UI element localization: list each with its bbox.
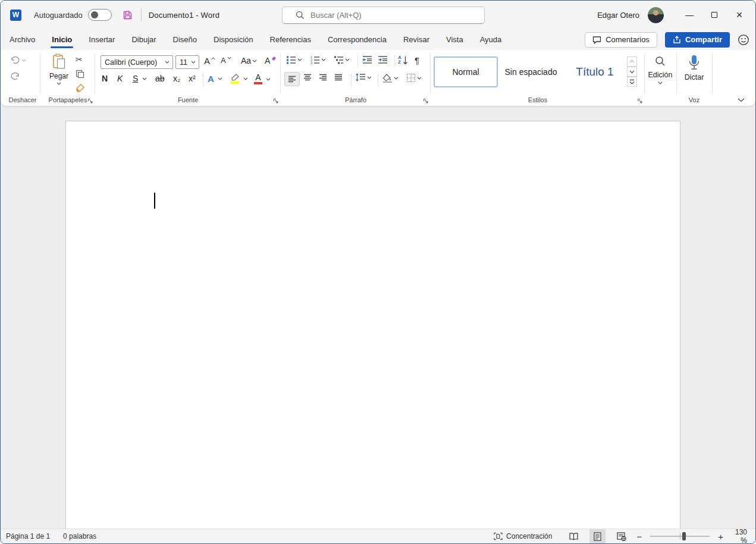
clear-formatting-button[interactable]: A <box>265 56 277 65</box>
italic-button[interactable]: K <box>117 74 123 83</box>
user-name[interactable]: Edgar Otero <box>597 11 639 20</box>
title-bar: W Autoguardado Documento1 - Word Edgar O… <box>1 1 755 29</box>
align-right-button[interactable] <box>319 74 327 81</box>
underline-button[interactable]: S <box>133 74 147 83</box>
search-box[interactable] <box>282 7 485 24</box>
print-layout-button[interactable] <box>589 529 606 543</box>
cut-button[interactable]: ✂ <box>76 55 83 64</box>
font-name-combo[interactable]: Calibri (Cuerpo) <box>101 55 173 69</box>
justify-button[interactable] <box>334 74 343 81</box>
tab-referencias[interactable]: Referencias <box>262 29 319 50</box>
tab-inicio[interactable]: Inicio <box>43 29 80 50</box>
grow-font-button[interactable]: A <box>204 56 215 66</box>
paste-icon <box>52 54 66 70</box>
web-layout-button[interactable] <box>613 529 629 543</box>
document-area[interactable] <box>1 106 755 529</box>
search-input[interactable] <box>310 11 465 20</box>
dictate-button[interactable]: Dictar <box>677 55 711 81</box>
undo-button[interactable] <box>10 55 26 65</box>
editing-button[interactable]: Edición <box>645 56 675 84</box>
tab-vista[interactable]: Vista <box>438 29 472 50</box>
zoom-level[interactable]: 130 % <box>727 528 755 544</box>
font-color-button[interactable]: A <box>254 74 271 84</box>
group-label-styles: Estilos <box>431 96 644 103</box>
text-effects-button[interactable]: A <box>208 74 222 84</box>
show-marks-button[interactable]: ¶ <box>415 55 419 65</box>
paragraph-dialog-launcher[interactable] <box>423 98 429 104</box>
styles-scroll-down-button[interactable] <box>627 67 637 77</box>
style-normal[interactable]: Normal <box>434 56 498 87</box>
page-indicator[interactable]: Página 1 de 1 <box>6 532 50 540</box>
read-mode-button[interactable] <box>566 529 582 543</box>
numbering-button[interactable]: 1 2 3 <box>310 55 326 64</box>
font-size-combo[interactable]: 11 <box>175 55 199 69</box>
tab-revisar[interactable]: Revisar <box>395 29 438 50</box>
highlight-button[interactable] <box>230 74 248 84</box>
maximize-button[interactable] <box>702 2 727 27</box>
bold-button[interactable]: N <box>102 74 108 83</box>
align-center-button[interactable] <box>303 74 312 81</box>
paste-button[interactable]: Pegar <box>46 54 72 85</box>
minimize-button[interactable]: — <box>677 2 702 27</box>
multilevel-list-button[interactable] <box>334 55 350 64</box>
superscript-label: x² <box>189 74 196 83</box>
microphone-icon <box>688 55 701 71</box>
focus-mode-button[interactable]: Concentración <box>488 529 557 543</box>
save-button[interactable] <box>123 10 133 20</box>
subscript-button[interactable]: x₂ <box>173 74 180 83</box>
zoom-slider-handle[interactable] <box>682 532 686 540</box>
font-size-dropdown-icon <box>191 61 196 64</box>
feedback-smiley-button[interactable] <box>738 34 749 46</box>
bullets-button[interactable] <box>286 55 302 64</box>
tab-dibujar[interactable]: Dibujar <box>123 29 164 50</box>
zoom-out-button[interactable]: − <box>633 532 645 542</box>
styles-dialog-launcher[interactable] <box>637 98 643 104</box>
tab-diseno[interactable]: Diseño <box>165 29 205 50</box>
line-spacing-button[interactable] <box>355 73 372 81</box>
zoom-slider[interactable] <box>650 536 710 537</box>
close-button[interactable]: × <box>727 2 752 27</box>
align-left-button[interactable] <box>284 72 300 86</box>
strikethrough-button[interactable]: ab <box>155 74 165 83</box>
share-label: Compartir <box>685 35 722 44</box>
sort-button[interactable]: A Z <box>398 55 408 65</box>
redo-icon <box>10 71 20 81</box>
style-titulo-1[interactable]: Título 1 <box>564 56 626 87</box>
tab-correspondencia[interactable]: Correspondencia <box>319 29 395 50</box>
group-label-undo: Deshacer <box>5 96 40 103</box>
styles-scroll-up-button[interactable] <box>627 56 637 67</box>
group-clipboard: Pegar ✂ Portapapeles <box>41 50 95 106</box>
collapse-ribbon-button[interactable] <box>738 98 745 102</box>
word-count[interactable]: 0 palabras <box>63 532 96 540</box>
format-painter-button[interactable] <box>76 83 85 93</box>
autosave-toggle[interactable] <box>88 9 112 21</box>
borders-button[interactable] <box>406 73 422 83</box>
underline-dropdown-icon <box>142 77 147 80</box>
tab-disposicion[interactable]: Disposición <box>205 29 261 50</box>
tab-insertar[interactable]: Insertar <box>80 29 123 50</box>
borders-icon <box>406 73 416 83</box>
redo-button[interactable] <box>10 71 20 81</box>
increase-indent-button[interactable] <box>378 55 388 64</box>
clipboard-dialog-launcher[interactable] <box>87 98 93 104</box>
share-button[interactable]: Compartir <box>665 32 730 48</box>
copy-button[interactable] <box>76 70 84 78</box>
styles-gallery-more-button[interactable] <box>627 77 637 87</box>
decrease-indent-button[interactable] <box>362 55 372 64</box>
zoom-in-button[interactable]: + <box>714 532 727 542</box>
superscript-button[interactable]: x² <box>189 74 196 83</box>
autosave-label: Autoguardado <box>34 11 83 20</box>
shrink-font-button[interactable]: A <box>221 56 231 65</box>
tab-archivo[interactable]: Archivo <box>1 29 43 50</box>
font-dialog-launcher[interactable] <box>273 98 279 104</box>
tab-ayuda[interactable]: Ayuda <box>472 29 510 50</box>
document-page[interactable] <box>65 121 680 529</box>
pilcrow-label: ¶ <box>415 55 419 65</box>
shading-button[interactable] <box>382 73 399 83</box>
comments-button[interactable]: Comentarios <box>585 32 657 48</box>
group-label-font: Fuente <box>96 96 280 103</box>
style-sin-espaciado[interactable]: Sin espaciado <box>500 56 562 87</box>
user-avatar[interactable] <box>648 7 664 23</box>
word-window: W Autoguardado Documento1 - Word Edgar O… <box>0 0 756 544</box>
change-case-button[interactable]: Aa <box>241 56 257 65</box>
